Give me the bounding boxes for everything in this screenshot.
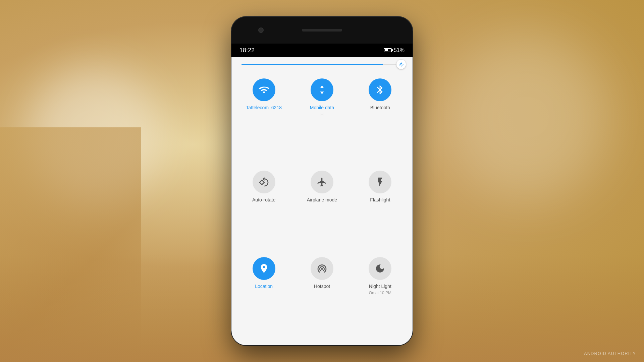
status-bar: 18:22 51% (231, 44, 413, 57)
svg-line-7 (399, 66, 400, 66)
hotspot-label: Hotspot (314, 283, 330, 289)
phone-device: 18:22 51% (231, 17, 413, 345)
quick-tiles-grid: Tattelecom_6218 Mobile data H (238, 74, 406, 342)
location-label: Location (255, 283, 273, 289)
svg-point-0 (400, 63, 402, 65)
tile-airplane[interactable]: Airplane mode (296, 167, 347, 249)
auto-rotate-icon (259, 177, 269, 187)
hotspot-icon-button[interactable] (311, 257, 333, 280)
battery-fill (385, 49, 388, 51)
location-icon (259, 263, 269, 274)
brightness-row[interactable] (238, 64, 406, 65)
tile-flashlight[interactable]: Flashlight (355, 167, 406, 249)
tile-location[interactable]: Location (238, 253, 289, 342)
flashlight-label: Flashlight (370, 197, 390, 203)
flashlight-icon (375, 177, 385, 187)
flashlight-icon-button[interactable] (369, 171, 391, 193)
brightness-track (241, 64, 402, 65)
auto-rotate-label: Auto-rotate (252, 197, 275, 203)
watermark: ANDROID AUTHORITY (584, 351, 636, 356)
tile-night-light[interactable]: Night Light On at 10 PM (355, 253, 406, 342)
airplane-icon (317, 177, 327, 187)
svg-line-5 (399, 63, 400, 63)
mobile-data-icon-button[interactable] (311, 78, 333, 101)
hotspot-icon (317, 263, 327, 274)
svg-line-8 (402, 63, 402, 63)
tile-auto-rotate[interactable]: Auto-rotate (238, 167, 289, 249)
wifi-icon-button[interactable] (253, 78, 275, 101)
bluetooth-label: Bluetooth (370, 105, 390, 111)
airplane-icon-button[interactable] (311, 171, 333, 193)
wifi-label: Tattelecom_6218 (246, 105, 282, 111)
wifi-icon (259, 84, 269, 95)
mobile-data-sublabel: H (321, 112, 324, 117)
brightness-thumb[interactable] (396, 60, 406, 69)
status-right: 51% (384, 47, 405, 53)
battery-icon (384, 48, 392, 52)
location-icon-button[interactable] (253, 257, 275, 280)
phone-screen: 18:22 51% (231, 44, 413, 345)
brightness-icon (398, 62, 404, 67)
phone-speaker (302, 29, 342, 32)
battery-percent: 51% (394, 47, 405, 53)
brightness-fill (241, 64, 383, 65)
night-light-icon-button[interactable] (369, 257, 391, 280)
front-camera (258, 27, 264, 33)
phone-top-bar (231, 17, 413, 44)
tile-hotspot[interactable]: Hotspot (296, 253, 347, 342)
mobile-data-icon (317, 84, 327, 95)
tile-bluetooth[interactable]: Bluetooth (355, 74, 406, 163)
status-time: 18:22 (239, 47, 255, 54)
quick-settings-panel: Tattelecom_6218 Mobile data H (231, 57, 413, 345)
auto-rotate-icon-button[interactable] (253, 171, 275, 193)
battery-body (384, 48, 392, 52)
svg-line-6 (402, 66, 402, 66)
bluetooth-icon (375, 84, 385, 95)
airplane-label: Airplane mode (307, 197, 337, 203)
bluetooth-icon-button[interactable] (369, 78, 391, 101)
night-light-icon (375, 263, 385, 274)
night-light-sublabel: On at 10 PM (369, 291, 391, 295)
tile-wifi[interactable]: Tattelecom_6218 (238, 74, 289, 163)
night-light-label: Night Light (369, 283, 391, 289)
brightness-slider[interactable] (241, 64, 402, 65)
tile-mobile-data[interactable]: Mobile data H (296, 74, 347, 163)
mobile-data-label: Mobile data (310, 105, 334, 111)
